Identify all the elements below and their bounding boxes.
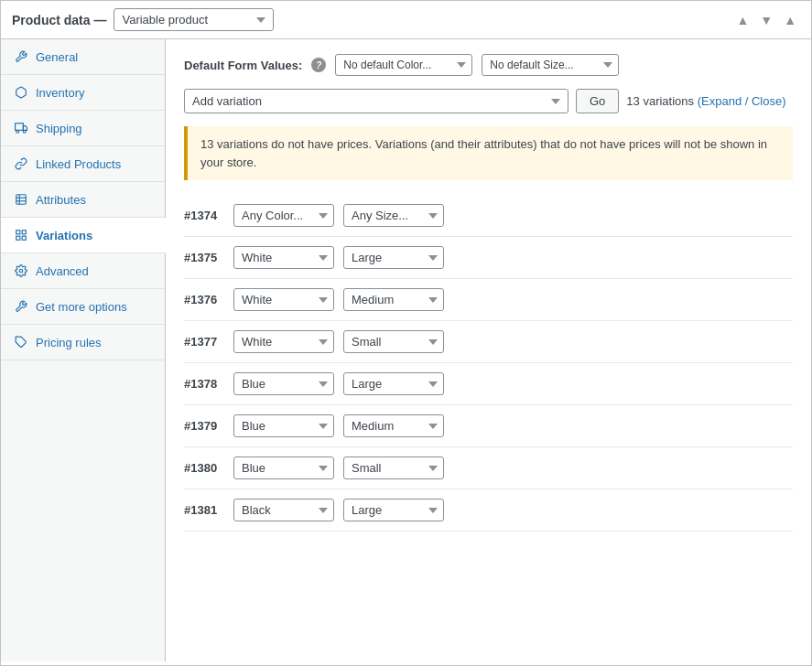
variation-size-select-1380[interactable]: Any Size... Small Medium Large bbox=[343, 457, 444, 479]
warning-text: 13 variations do not have prices. Variat… bbox=[200, 137, 767, 169]
sidebar-item-get-more-options[interactable]: Get more options bbox=[1, 289, 165, 325]
collapse-toggle-button[interactable]: ▲ bbox=[780, 11, 800, 29]
table-row: #1381 Any Color... White Blue Black Any … bbox=[184, 489, 793, 532]
variations-count: 13 variations (Expand / Close) bbox=[626, 94, 785, 108]
sidebar-item-shipping[interactable]: Shipping bbox=[1, 111, 165, 146]
svg-rect-4 bbox=[16, 195, 27, 205]
sidebar-item-linked-products[interactable]: Linked Products bbox=[1, 146, 165, 182]
sidebar-label-variations: Variations bbox=[36, 229, 92, 242]
variation-size-select-1377[interactable]: Any Size... Small Medium Large bbox=[343, 330, 444, 353]
add-variation-row: Add variation Create variations from all… bbox=[184, 89, 793, 113]
sidebar-item-attributes[interactable]: Attributes bbox=[1, 182, 165, 218]
sidebar-label-advanced: Advanced bbox=[36, 264, 89, 278]
tag-icon bbox=[14, 335, 28, 349]
sidebar-label-inventory: Inventory bbox=[36, 86, 84, 100]
variation-id-1380: #1380 bbox=[184, 461, 224, 475]
truck-icon bbox=[14, 121, 28, 135]
gear-icon bbox=[14, 263, 28, 278]
variation-color-select-1381[interactable]: Any Color... White Blue Black bbox=[233, 499, 334, 521]
sidebar-label-shipping: Shipping bbox=[36, 122, 82, 135]
table-row: #1374 Any Color... White Blue Black Any … bbox=[184, 195, 793, 237]
go-button[interactable]: Go bbox=[576, 89, 619, 113]
sidebar-item-inventory[interactable]: Inventory bbox=[1, 75, 165, 111]
variation-size-select-1379[interactable]: Any Size... Small Medium Large bbox=[343, 414, 444, 437]
variation-id-1375: #1375 bbox=[184, 251, 224, 264]
sidebar-label-pricing-rules: Pricing rules bbox=[36, 336, 102, 349]
grid-icon bbox=[14, 228, 28, 242]
product-data-panel: Product data — Variable product Simple p… bbox=[0, 0, 812, 666]
table-row: #1376 Any Color... White Blue Black Any … bbox=[184, 279, 793, 321]
default-form-label: Default Form Values: bbox=[184, 59, 302, 72]
variation-size-select-1378[interactable]: Any Size... Small Medium Large bbox=[343, 372, 444, 395]
variation-color-select-1375[interactable]: Any Color... White Blue Black bbox=[233, 246, 334, 269]
variation-size-select-1374[interactable]: Any Size... Small Medium Large bbox=[343, 204, 444, 227]
expand-link[interactable]: (Expand / Close) bbox=[698, 94, 786, 108]
svg-rect-10 bbox=[22, 236, 26, 240]
svg-rect-9 bbox=[22, 231, 26, 234]
table-row: #1377 Any Color... White Blue Black Any … bbox=[184, 321, 793, 363]
list-icon bbox=[14, 192, 28, 207]
variation-color-select-1374[interactable]: Any Color... White Blue Black bbox=[233, 204, 334, 227]
default-form-row: Default Form Values: ? No default Color.… bbox=[184, 54, 793, 76]
variation-color-select-1376[interactable]: Any Color... White Blue Black bbox=[233, 288, 334, 311]
sidebar-item-pricing-rules[interactable]: Pricing rules bbox=[1, 325, 165, 360]
svg-rect-0 bbox=[16, 124, 24, 131]
svg-rect-8 bbox=[16, 231, 20, 234]
warning-notice: 13 variations do not have prices. Variat… bbox=[184, 126, 793, 180]
svg-marker-1 bbox=[23, 126, 27, 131]
sidebar-label-general: General bbox=[36, 50, 78, 64]
collapse-down-button[interactable]: ▼ bbox=[756, 11, 776, 29]
product-data-header: Product data — Variable product Simple p… bbox=[1, 1, 811, 39]
sidebar-item-variations[interactable]: Variations bbox=[1, 218, 166, 253]
product-data-title: Product data — bbox=[12, 13, 106, 27]
table-row: #1378 Any Color... White Blue Black Any … bbox=[184, 363, 793, 405]
svg-point-2 bbox=[16, 130, 19, 133]
color-default-select[interactable]: No default Color... White Blue Black bbox=[335, 54, 472, 76]
sidebar-label-get-more-options: Get more options bbox=[36, 300, 127, 314]
variation-action-select[interactable]: Add variation Create variations from all… bbox=[184, 89, 568, 113]
size-default-select[interactable]: No default Size... Small Medium Large bbox=[482, 54, 619, 76]
wrench-icon bbox=[14, 49, 28, 64]
variation-size-select-1381[interactable]: Any Size... Small Medium Large bbox=[343, 499, 444, 521]
variation-id-1374: #1374 bbox=[184, 209, 224, 222]
collapse-up-button[interactable]: ▲ bbox=[732, 11, 752, 29]
header-arrows: ▲ ▼ ▲ bbox=[732, 11, 800, 29]
svg-point-3 bbox=[23, 130, 26, 133]
sidebar-label-attributes: Attributes bbox=[36, 193, 86, 207]
variation-size-select-1375[interactable]: Any Size... Small Medium Large bbox=[343, 246, 444, 269]
sidebar: General Inventory Shipping Linked Produc… bbox=[1, 39, 166, 661]
product-type-select[interactable]: Variable product Simple product Grouped … bbox=[114, 8, 274, 31]
sidebar-item-general[interactable]: General bbox=[1, 39, 165, 75]
box-icon bbox=[14, 85, 28, 100]
variation-id-1377: #1377 bbox=[184, 335, 224, 349]
table-row: #1375 Any Color... White Blue Black Any … bbox=[184, 237, 793, 279]
variation-color-select-1378[interactable]: Any Color... White Blue Black bbox=[233, 372, 334, 395]
svg-point-12 bbox=[19, 269, 23, 273]
variations-panel: Default Form Values: ? No default Color.… bbox=[166, 39, 811, 661]
product-data-body: General Inventory Shipping Linked Produc… bbox=[1, 39, 811, 661]
sidebar-label-linked-products: Linked Products bbox=[36, 157, 121, 171]
variation-size-select-1376[interactable]: Any Size... Small Medium Large bbox=[343, 288, 444, 311]
variation-color-select-1379[interactable]: Any Color... White Blue Black bbox=[233, 414, 334, 437]
variation-color-select-1377[interactable]: Any Color... White Blue Black bbox=[233, 330, 334, 353]
sidebar-item-advanced[interactable]: Advanced bbox=[1, 253, 165, 289]
variation-id-1378: #1378 bbox=[184, 377, 224, 391]
variation-id-1379: #1379 bbox=[184, 419, 224, 433]
table-row: #1380 Any Color... White Blue Black Any … bbox=[184, 447, 793, 489]
table-row: #1379 Any Color... White Blue Black Any … bbox=[184, 405, 793, 447]
wrench2-icon bbox=[14, 299, 28, 314]
svg-rect-11 bbox=[16, 236, 20, 240]
variation-id-1381: #1381 bbox=[184, 503, 224, 517]
variation-color-select-1380[interactable]: Any Color... White Blue Black bbox=[233, 457, 334, 479]
link-icon bbox=[14, 156, 28, 171]
variations-list: #1374 Any Color... White Blue Black Any … bbox=[184, 195, 793, 532]
variation-id-1376: #1376 bbox=[184, 293, 224, 306]
help-icon[interactable]: ? bbox=[311, 58, 326, 72]
